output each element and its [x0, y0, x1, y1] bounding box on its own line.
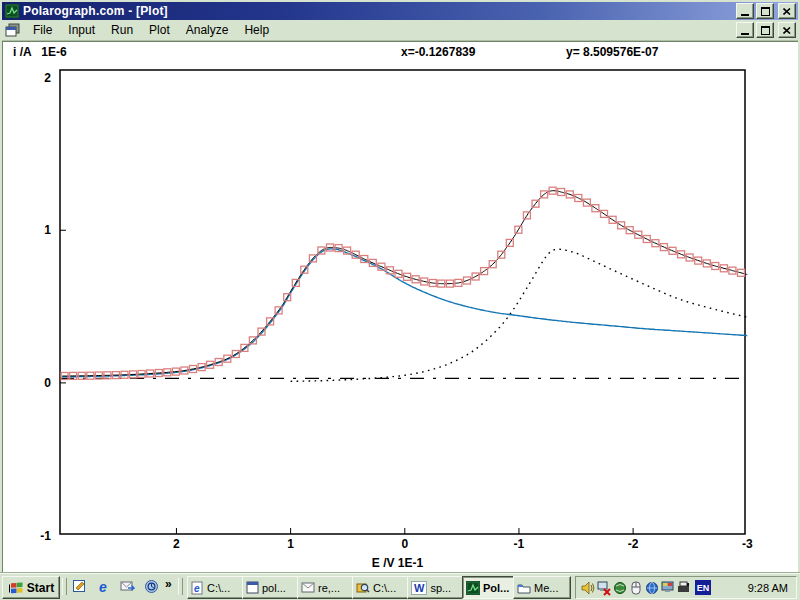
- polarograph-icon: [466, 581, 480, 595]
- launch-media-player-button[interactable]: [142, 578, 160, 595]
- mouse-icon[interactable]: [628, 580, 644, 596]
- volume-icon[interactable]: [580, 580, 596, 596]
- window-title: Polarograph.com - [Plot]: [23, 4, 168, 18]
- taskbar-button-explorer-window[interactable]: C:\...: [352, 576, 411, 599]
- internet-globe-icon[interactable]: [644, 580, 660, 596]
- series-measured-polarogram-markers: [61, 187, 744, 379]
- x-tick-label: -1: [514, 537, 525, 551]
- application-window-icon: [246, 581, 259, 594]
- taskbar-button-polarograph-active[interactable]: Pol...: [462, 576, 518, 599]
- desktop-screen: { "window": { "title": "Polarograph.com …: [0, 0, 800, 600]
- language-indicator[interactable]: EN: [695, 580, 711, 595]
- menu-plot[interactable]: Plot: [141, 21, 178, 39]
- word-document-icon: W: [411, 581, 427, 595]
- taskbar-button-ie-window[interactable]: e C:\...: [187, 576, 246, 599]
- y-tick-label: 0: [44, 376, 51, 390]
- y-tick-label: -1: [40, 529, 51, 543]
- x-tick-label: -3: [742, 537, 753, 551]
- taskbar-clock[interactable]: 9:28 AM: [748, 582, 788, 594]
- child-window-controls: [736, 22, 798, 38]
- menu-bar: File Input Run Plot Analyze Help: [2, 20, 798, 41]
- close-button[interactable]: [778, 3, 796, 19]
- taskbar: Start e » e C:\...: [0, 573, 800, 600]
- x-tick-label: 0: [401, 537, 408, 551]
- child-minimize-button[interactable]: [736, 22, 754, 38]
- printer-icon[interactable]: [676, 580, 692, 596]
- quick-launch-overflow-button[interactable]: »: [165, 577, 172, 591]
- y-tick-label: 1: [44, 223, 51, 237]
- x-axis-title: E /V 1E-1: [372, 556, 424, 570]
- svg-text:e: e: [194, 583, 200, 594]
- restore-button[interactable]: [756, 3, 774, 19]
- taskbar-button-pol-window[interactable]: pol...: [242, 576, 301, 599]
- minimize-button[interactable]: [736, 3, 754, 19]
- taskbar-button-word-window[interactable]: W sp...: [407, 576, 466, 599]
- child-close-button[interactable]: [778, 22, 796, 38]
- taskbar-button-label: C:\...: [207, 582, 230, 594]
- start-button[interactable]: Start: [2, 576, 60, 599]
- close-icon: [783, 27, 791, 34]
- x-tick-label: -2: [628, 537, 639, 551]
- menu-input[interactable]: Input: [60, 21, 103, 39]
- taskbar-button-label: sp...: [430, 582, 451, 594]
- launch-internet-explorer-button[interactable]: e: [94, 578, 112, 595]
- mail-envelope-icon: [301, 582, 315, 593]
- display-settings-icon[interactable]: [660, 580, 676, 596]
- show-desktop-icon: [72, 579, 87, 594]
- taskbar-button-label: Me...: [534, 582, 558, 594]
- launch-outlook-express-button[interactable]: [118, 578, 136, 595]
- plot-frame: [60, 70, 745, 534]
- folder-window-icon: [517, 582, 531, 594]
- minimize-icon: [741, 14, 749, 16]
- ie-document-icon: e: [191, 581, 204, 595]
- menu-analyze[interactable]: Analyze: [178, 21, 237, 39]
- minimize-icon: [741, 33, 749, 35]
- internet-explorer-icon: e: [99, 580, 107, 594]
- toolbar-gripper[interactable]: [62, 578, 67, 595]
- taskbar-button-me-window[interactable]: Me...: [513, 576, 571, 599]
- close-icon: [783, 8, 791, 15]
- network-disconnected-icon[interactable]: [596, 580, 612, 596]
- taskbar-button-mail-window[interactable]: re,...: [297, 576, 356, 599]
- menu-help[interactable]: Help: [236, 21, 277, 39]
- show-desktop-button[interactable]: [70, 578, 88, 595]
- media-player-icon: [144, 579, 159, 594]
- plot-client-area: i /A 1E-6 x=-0.1267839 y= 8.509576E-07 2…: [2, 41, 798, 572]
- taskbar-button-label: pol...: [262, 582, 286, 594]
- child-restore-button[interactable]: [756, 22, 774, 38]
- taskbar-button-label: Pol...: [483, 582, 509, 594]
- x-tick-label: 2: [173, 537, 180, 551]
- toolbar-gripper[interactable]: [178, 578, 183, 595]
- windows-logo-icon: [8, 581, 24, 595]
- menu-run[interactable]: Run: [103, 21, 141, 39]
- polarograph-app-icon: [5, 4, 19, 18]
- search-folder-icon: [356, 581, 370, 595]
- x-tick-label: 1: [287, 537, 294, 551]
- outlook-express-icon: [120, 580, 135, 593]
- series-component-1-fit: [62, 249, 747, 377]
- taskbar-button-label: C:\...: [373, 582, 396, 594]
- system-tray: EN 9:28 AM: [575, 576, 797, 599]
- menu-file[interactable]: File: [25, 21, 60, 39]
- window-controls: [736, 3, 798, 19]
- mdi-child-icon[interactable]: [5, 23, 21, 37]
- windows-update-icon[interactable]: [612, 580, 628, 596]
- restore-icon: [761, 26, 770, 35]
- taskbar-button-label: re,...: [318, 582, 340, 594]
- restore-icon: [761, 7, 770, 16]
- title-bar: Polarograph.com - [Plot]: [2, 2, 798, 20]
- start-button-label: Start: [27, 581, 54, 595]
- y-tick-label: 2: [44, 71, 51, 85]
- polarogram-plot-canvas[interactable]: 210-1-2-3210-1E /V 1E-1: [3, 42, 799, 573]
